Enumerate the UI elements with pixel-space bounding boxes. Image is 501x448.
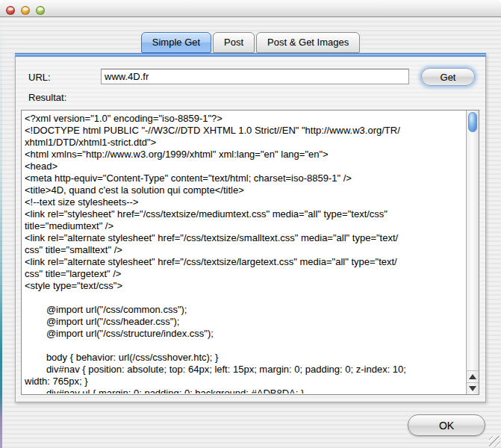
source-line: title="mediumtext" /> [25, 220, 463, 232]
close-button-icon[interactable] [6, 6, 15, 15]
arrow-up-icon [469, 374, 476, 379]
source-line: css" title="smalltext" /> [25, 244, 463, 256]
tab-accent-line [15, 53, 486, 57]
url-input[interactable] [101, 69, 409, 84]
zoom-button-icon[interactable] [36, 6, 45, 15]
source-line: @import url("/css/common.css"); [25, 304, 463, 316]
arrow-down-icon [469, 386, 476, 391]
source-line: <meta http-equiv="Content-Type" content=… [25, 172, 463, 184]
source-line: div#nav { position: absolute; top: 64px;… [25, 364, 463, 376]
tab[interactable]: Post & Get Images [256, 32, 360, 53]
scroll-down-button[interactable] [467, 382, 479, 394]
source-line: <link rel="alternate stylesheet" href="/… [25, 256, 463, 268]
scrollbar-thumb[interactable] [468, 112, 477, 132]
desktop-edge-artifact [0, 18, 2, 448]
source-line: div#nav ul { margin: 0; padding: 0; back… [25, 388, 463, 393]
tab-bar: Simple GetPostPost & Get Images [0, 32, 501, 53]
source-line: <head> [25, 161, 463, 172]
window-titlebar[interactable] [0, 0, 501, 17]
scroll-up-button[interactable] [467, 370, 479, 382]
tab[interactable]: Simple Get [141, 32, 211, 53]
vertical-scrollbar[interactable] [466, 111, 479, 394]
source-line: <!DOCTYPE html PUBLIC "-//W3C//DTD XHTML… [25, 125, 463, 137]
source-line: <html xmlns="http://www.w3.org/1999/xhtm… [25, 149, 463, 161]
source-line: css" title="largetext" /> [25, 268, 463, 280]
source-line: <title>4D, quand c'est la solution qui c… [25, 184, 463, 196]
minimize-button-icon[interactable] [21, 6, 30, 15]
get-button[interactable]: Get [421, 68, 475, 86]
result-source-text: <?xml version="1.0" encoding="iso-8859-1… [25, 113, 463, 393]
source-line: <!--text size stylesheets--> [25, 196, 463, 208]
scrollbar-arrows [467, 370, 479, 394]
ok-button[interactable]: OK [408, 414, 485, 436]
app-window: Simple GetPostPost & Get Images URL: Get… [0, 0, 501, 448]
result-label: Resultat: [28, 92, 66, 103]
source-line: @import url("/css/structure/index.css"); [25, 328, 463, 340]
source-line: @import url("/css/header.css"); [25, 316, 463, 328]
source-line: <link rel="alternate stylesheet" href="/… [25, 232, 463, 244]
url-label: URL: [28, 72, 51, 83]
source-line [25, 292, 463, 304]
source-line: body { behavior: url(/css/csshover.htc);… [25, 352, 463, 364]
source-line [25, 340, 463, 352]
source-line: <link rel="stylesheet" href="/css/textsi… [25, 208, 463, 220]
tab[interactable]: Post [213, 32, 255, 53]
resize-grip-icon[interactable] [489, 436, 500, 447]
window-controls [6, 6, 45, 15]
source-line: width: 765px; } [25, 376, 463, 388]
source-line: <style type="text/css"> [25, 280, 463, 292]
source-line: xhtml1/DTD/xhtml1-strict.dtd"> [25, 137, 463, 149]
result-textarea[interactable]: <?xml version="1.0" encoding="iso-8859-1… [21, 110, 479, 395]
source-line: <?xml version="1.0" encoding="iso-8859-1… [25, 113, 463, 125]
